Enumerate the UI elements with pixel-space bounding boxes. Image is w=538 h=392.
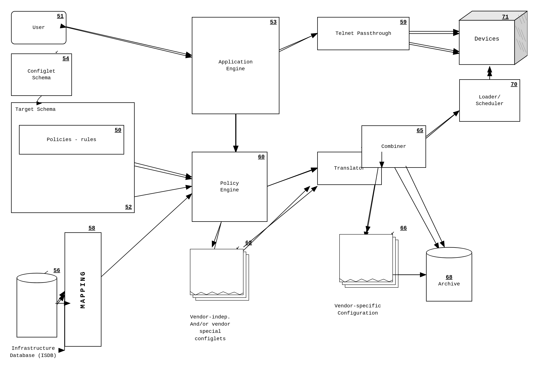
policy-engine-label: PolicyEngine <box>220 180 239 194</box>
telnet-num: 59 <box>400 19 407 25</box>
configlets-stack <box>188 247 253 302</box>
svg-text:71: 71 <box>502 14 509 20</box>
loader-num: 70 <box>511 81 517 88</box>
svg-text:Devices: Devices <box>475 36 499 42</box>
configlets-arrow: ↙ <box>236 243 240 252</box>
policies-box: 50 Policies - rules <box>19 125 124 154</box>
svg-line-5 <box>279 33 317 52</box>
svg-line-55 <box>135 166 192 179</box>
combiner-num: 65 <box>417 127 423 134</box>
svg-line-9 <box>267 168 317 186</box>
vendor-indep-label: Vendor-indep.And/or vendorspecialconfigl… <box>173 313 247 342</box>
vendor-config-num: 66 <box>400 225 407 231</box>
mapping-num: 58 <box>89 225 95 231</box>
target-num: 52 <box>125 204 132 210</box>
vendor-specific-label: Vendor-specificConfiguration <box>323 302 393 317</box>
torn-edge <box>190 291 243 297</box>
loader-box: 70 Loader/Scheduler <box>459 79 520 122</box>
svg-line-46 <box>409 44 459 53</box>
archive-label: Archive <box>438 280 460 288</box>
svg-line-53 <box>406 166 444 247</box>
app-engine-box: 53 ApplicationEngine <box>192 17 279 114</box>
svg-line-4 <box>66 27 192 55</box>
isdb-cyl-top <box>17 273 57 283</box>
svg-line-43 <box>279 33 317 50</box>
app-engine-num: 53 <box>270 19 277 25</box>
svg-line-19 <box>133 162 192 177</box>
configlets-num: 62 <box>245 240 252 246</box>
diagram: 51 User 54 ConfigletSchema ↙ 52 Target S… <box>0 0 538 392</box>
vendor-config-arrow: ↙ <box>391 229 394 237</box>
svg-line-56 <box>212 222 221 247</box>
isdb-num: 56 <box>53 267 60 274</box>
combiner-box: 65 Combiner <box>361 125 426 168</box>
svg-line-58 <box>57 291 65 302</box>
user-label: User <box>33 24 45 31</box>
svg-line-8 <box>409 42 459 52</box>
svg-line-47 <box>267 168 317 186</box>
svg-line-49 <box>426 111 459 138</box>
svg-line-42 <box>66 27 192 57</box>
policies-num: 50 <box>115 127 121 133</box>
telnet-box: 59 Telnet Passthrough <box>317 17 409 50</box>
svg-marker-27 <box>515 11 528 65</box>
combiner-label: Combiner <box>381 143 406 150</box>
isdb-cyl-body <box>17 278 57 337</box>
archive-cylinder: 68 Archive <box>426 247 472 301</box>
target-schema-label: Target Schema <box>15 107 56 112</box>
policies-label: Policies - rules <box>47 136 96 143</box>
archive-num: 68 <box>446 274 452 280</box>
svg-line-16 <box>426 111 459 136</box>
loader-label: Loader/Scheduler <box>476 94 504 107</box>
devices-svg: Devices 71 <box>454 9 528 70</box>
torn-edge-2 <box>339 278 393 284</box>
app-engine-label: ApplicationEngine <box>219 59 253 72</box>
target-schema-box: 52 Target Schema 50 Policies - rules <box>11 102 135 213</box>
mapping-box: MAPPING <box>65 232 101 347</box>
policy-engine-box: 60 PolicyEngine <box>192 152 267 222</box>
vendor-config-stack <box>337 232 402 289</box>
configlet-num: 54 <box>62 56 69 62</box>
mapping-text: MAPPING <box>79 270 87 308</box>
translator-label: Translator <box>334 165 365 172</box>
isdb-cylinder <box>17 273 57 337</box>
archive-cyl-top <box>426 247 472 258</box>
user-box: 51 User <box>11 11 66 44</box>
configlet-label: ConfigletSchema <box>28 68 55 81</box>
devices-cube: Devices 71 <box>454 9 528 71</box>
policy-engine-num: 60 <box>258 154 265 160</box>
configlet-arrow-label: ↙ <box>55 48 58 55</box>
user-num: 51 <box>57 13 64 19</box>
archive-cyl-body: 68 Archive <box>426 253 472 301</box>
telnet-label: Telnet Passthrough <box>336 30 391 37</box>
svg-rect-25 <box>459 20 515 65</box>
isdb-label: InfrastructureDatabase (ISDB) <box>7 345 59 359</box>
configlet-schema-box: 54 ConfigletSchema <box>11 53 72 96</box>
